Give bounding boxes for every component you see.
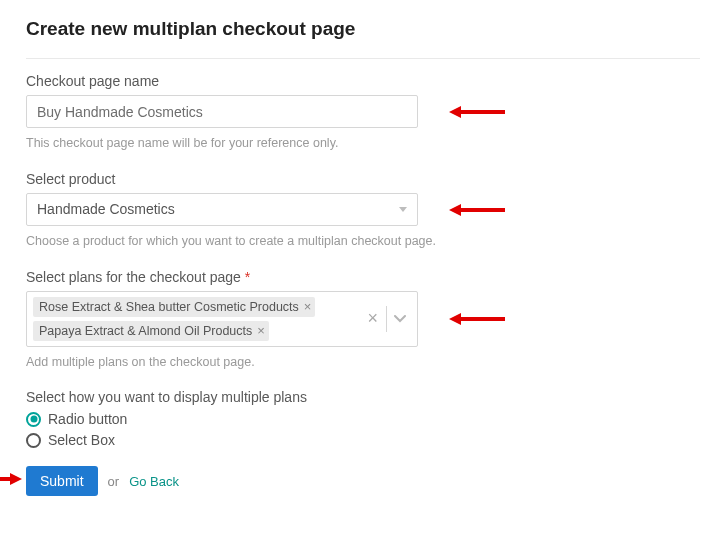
helper-select-product: Choose a product for which you want to c… [26, 232, 436, 251]
annotation-arrow [449, 313, 505, 325]
radio-icon [26, 412, 41, 427]
product-select[interactable]: Handmade Cosmetics [26, 193, 418, 226]
plan-tag[interactable]: Papaya Extract & Almond Oil Products × [33, 321, 269, 341]
divider [26, 58, 700, 59]
required-asterisk: * [245, 269, 250, 285]
annotation-arrow [449, 106, 505, 118]
checkout-name-input[interactable] [26, 95, 418, 128]
label-checkout-name: Checkout page name [26, 73, 700, 89]
chevron-down-icon[interactable] [389, 308, 411, 330]
plans-multiselect[interactable]: Rose Extract & Shea butter Cosmetic Prod… [26, 291, 418, 347]
plan-tag[interactable]: Rose Extract & Shea butter Cosmetic Prod… [33, 297, 315, 317]
label-select-product: Select product [26, 171, 700, 187]
tag-remove-icon[interactable]: × [304, 300, 312, 313]
go-back-link[interactable]: Go Back [129, 474, 179, 489]
field-select-product: Select product Handmade Cosmetics Choose… [26, 171, 700, 251]
label-display-mode: Select how you want to display multiple … [26, 389, 700, 405]
annotation-arrow [0, 473, 22, 485]
radio-option-select-box[interactable]: Select Box [26, 432, 700, 448]
tag-remove-icon[interactable]: × [257, 324, 265, 337]
or-text: or [108, 474, 120, 489]
field-select-plans: Select plans for the checkout page * Ros… [26, 269, 700, 372]
submit-button[interactable]: Submit [26, 466, 98, 496]
clear-all-icon[interactable]: × [361, 308, 384, 329]
helper-select-plans: Add multiple plans on the checkout page. [26, 353, 436, 372]
radio-option-radio-button[interactable]: Radio button [26, 411, 700, 427]
label-select-plans: Select plans for the checkout page * [26, 269, 700, 285]
annotation-arrow [449, 204, 505, 216]
field-checkout-name: Checkout page name This checkout page na… [26, 73, 700, 153]
field-display-mode: Select how you want to display multiple … [26, 389, 700, 448]
helper-checkout-name: This checkout page name will be for your… [26, 134, 436, 153]
radio-icon [26, 433, 41, 448]
separator [386, 306, 387, 332]
page-title: Create new multiplan checkout page [26, 18, 700, 40]
